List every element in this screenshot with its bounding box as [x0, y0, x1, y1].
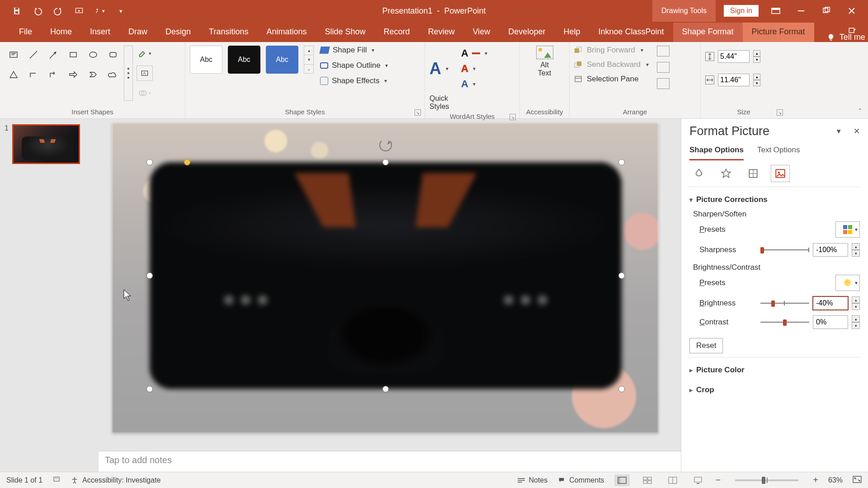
- shape-triangle-icon[interactable]: [5, 66, 23, 84]
- shape-cloud-icon[interactable]: [104, 66, 122, 84]
- pane-close-icon[interactable]: ✕: [854, 127, 860, 136]
- brightness-slider[interactable]: [760, 300, 809, 306]
- tab-record[interactable]: Record: [375, 23, 419, 42]
- shape-textbox-icon[interactable]: [5, 46, 23, 64]
- shape-rect-icon[interactable]: [64, 46, 82, 64]
- tab-slideshow[interactable]: Slide Show: [316, 23, 375, 42]
- tab-developer[interactable]: Developer: [499, 23, 554, 42]
- width-control[interactable]: ▴▾: [705, 74, 782, 86]
- tab-file[interactable]: File: [10, 23, 41, 42]
- rotate-handle[interactable]: [379, 139, 392, 151]
- tab-help[interactable]: Help: [554, 23, 589, 42]
- tab-view[interactable]: View: [464, 23, 500, 42]
- height-input[interactable]: [718, 50, 750, 63]
- slide-counter[interactable]: Slide 1 of 1: [6, 476, 42, 484]
- slide-canvas[interactable]: [112, 122, 659, 433]
- edit-shape-icon[interactable]: ▾: [137, 46, 153, 61]
- shape-oval-icon[interactable]: [84, 46, 102, 64]
- resize-handle-br[interactable]: [618, 386, 625, 392]
- style-swatch-1[interactable]: Abc: [190, 46, 222, 74]
- slideshow-view-icon[interactable]: [690, 474, 706, 486]
- resize-handle-bl[interactable]: [146, 386, 153, 392]
- rotate-button[interactable]: [657, 78, 670, 89]
- tab-review[interactable]: Review: [419, 23, 464, 42]
- shape-elbow-icon[interactable]: [24, 66, 42, 84]
- style-gallery-expand[interactable]: ▴▾⌄: [304, 46, 314, 74]
- share-icon[interactable]: [847, 26, 857, 38]
- shape-line-icon[interactable]: [24, 46, 42, 64]
- sharpness-slider[interactable]: [760, 247, 809, 253]
- adjustment-handle[interactable]: [184, 159, 190, 165]
- tab-insert[interactable]: Insert: [81, 23, 119, 42]
- tab-design[interactable]: Design: [156, 23, 200, 42]
- picture-corrections-header[interactable]: ▾Picture Corrections: [689, 192, 860, 208]
- effects-category-icon[interactable]: [717, 165, 736, 182]
- shape-chevron-icon[interactable]: [84, 66, 102, 84]
- comments-toggle[interactable]: Comments: [557, 476, 604, 484]
- picture-color-header[interactable]: ▸Picture Color: [689, 362, 860, 378]
- bring-forward-button[interactable]: Bring Forward▾: [574, 46, 649, 55]
- resize-handle-ml[interactable]: [146, 272, 153, 279]
- notes-pane[interactable]: Tap to add notes: [99, 451, 681, 472]
- selection-pane-button[interactable]: Selection Pane: [574, 75, 649, 84]
- brightness-spinner[interactable]: ▴▾: [852, 296, 860, 310]
- touch-mode-icon[interactable]: ▾: [95, 6, 105, 16]
- crop-header[interactable]: ▸Crop: [689, 382, 860, 398]
- slide-sorter-view-icon[interactable]: [640, 474, 655, 486]
- contrast-spinner[interactable]: ▴▾: [852, 315, 860, 329]
- undo-icon[interactable]: [33, 6, 42, 16]
- zoom-percent[interactable]: 63%: [828, 476, 843, 484]
- shapes-gallery-expand[interactable]: [124, 46, 133, 101]
- shape-styles-dialog-launcher[interactable]: ↘: [415, 109, 421, 116]
- height-spinner[interactable]: ▴▾: [753, 50, 760, 63]
- slide-thumbnail-1[interactable]: [12, 124, 80, 164]
- tab-text-options[interactable]: Text Options: [757, 143, 800, 160]
- sharpness-input[interactable]: [813, 243, 848, 257]
- status-notes-icon[interactable]: [52, 476, 61, 485]
- shape-block-arrow-icon[interactable]: [64, 66, 82, 84]
- tab-animations[interactable]: Animations: [257, 23, 316, 42]
- tab-shape-options[interactable]: Shape Options: [689, 143, 744, 160]
- pane-options-icon[interactable]: ▾: [837, 127, 841, 136]
- contrast-input[interactable]: [813, 315, 848, 329]
- wordart-dialog-launcher[interactable]: ↘: [509, 114, 516, 120]
- normal-view-icon[interactable]: [614, 474, 630, 486]
- tell-me-search[interactable]: Tell me: [827, 33, 865, 42]
- merge-shapes-icon[interactable]: ▾: [137, 85, 153, 101]
- accessibility-status[interactable]: Accessibility: Investigate: [71, 476, 160, 484]
- fill-line-icon[interactable]: [689, 165, 708, 182]
- zoom-in-button[interactable]: +: [813, 475, 818, 485]
- close-icon[interactable]: [847, 6, 856, 15]
- align-button[interactable]: [657, 46, 670, 56]
- tab-draw[interactable]: Draw: [119, 23, 156, 42]
- zoom-out-button[interactable]: −: [716, 475, 721, 485]
- shape-outline-button[interactable]: Shape Outline▾: [320, 61, 388, 70]
- shape-fill-button[interactable]: Shape Fill▾: [320, 46, 388, 55]
- quick-styles-button[interactable]: A ▾ A▾ A▾ A▾: [429, 47, 515, 90]
- tab-shape-format[interactable]: Shape Format: [673, 23, 743, 42]
- style-swatch-3[interactable]: Abc: [266, 46, 298, 74]
- notes-toggle[interactable]: Notes: [518, 476, 547, 484]
- tab-home[interactable]: Home: [41, 23, 81, 42]
- size-properties-icon[interactable]: [744, 165, 763, 182]
- size-dialog-launcher[interactable]: ↘: [777, 109, 783, 116]
- shape-effects-button[interactable]: Shape Effects▾: [320, 76, 388, 85]
- style-swatch-2[interactable]: Abc: [228, 46, 260, 74]
- minimize-icon[interactable]: [797, 6, 806, 15]
- shape-elbow-arrow-icon[interactable]: [44, 66, 62, 84]
- start-from-beginning-icon[interactable]: [74, 6, 84, 16]
- width-input[interactable]: [718, 74, 750, 86]
- text-outline-button[interactable]: A▾: [461, 63, 487, 75]
- collapse-ribbon-icon[interactable]: ˄: [859, 108, 862, 115]
- text-effects-button[interactable]: A▾: [461, 78, 487, 90]
- maximize-icon[interactable]: [822, 6, 831, 15]
- resize-handle-tr[interactable]: [618, 159, 625, 165]
- brightness-presets-button[interactable]: [835, 275, 860, 291]
- group-button[interactable]: [657, 62, 670, 73]
- alt-text-button[interactable]: Alt Text: [524, 46, 565, 77]
- redo-icon[interactable]: [53, 6, 63, 16]
- slide-thumbnail-pane[interactable]: 1: [0, 119, 99, 472]
- resize-handle-bm[interactable]: [382, 386, 389, 392]
- send-backward-button[interactable]: Send Backward▾: [574, 60, 649, 69]
- shape-roundrect-icon[interactable]: [104, 46, 122, 64]
